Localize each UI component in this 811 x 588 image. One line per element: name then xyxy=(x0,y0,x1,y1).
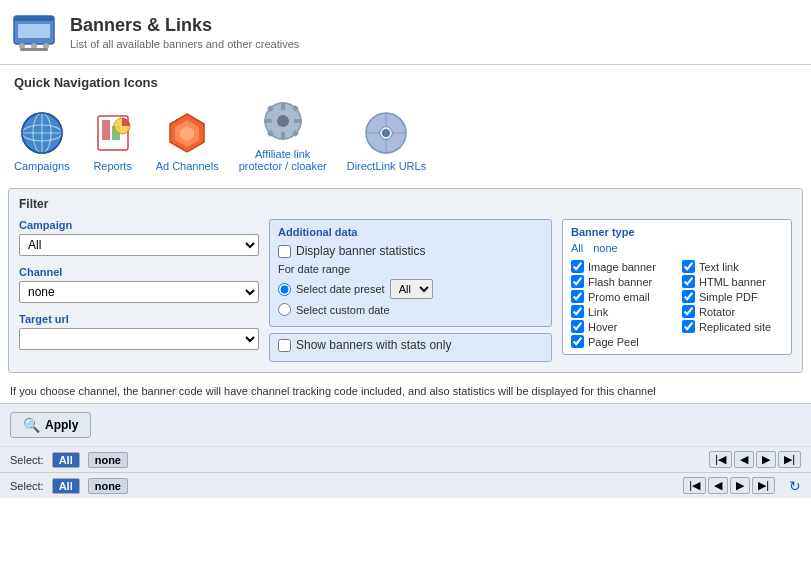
show-stats-only-row: Show banners with stats only xyxy=(278,338,543,352)
select-all-button-2[interactable]: All xyxy=(52,478,80,494)
nav-label-affiliate: Affiliate linkprotector / cloaker xyxy=(239,148,327,172)
simple-pdf-checkbox[interactable] xyxy=(682,290,695,303)
channel-select[interactable]: none xyxy=(19,281,259,303)
select-date-preset-row: Select date preset All xyxy=(278,279,543,299)
select-bar-2: Select: All none |◀ ◀ ▶ ▶| ↻ xyxy=(0,472,811,498)
banner-type-text: Text link xyxy=(682,260,783,273)
targeturl-field-group: Target url xyxy=(19,313,259,350)
image-banner-label: Image banner xyxy=(588,261,656,273)
banner-type-image: Image banner xyxy=(571,260,672,273)
page-header: Banners & Links List of all available ba… xyxy=(0,0,811,65)
banner-type-none-link[interactable]: none xyxy=(593,242,617,254)
nav-item-directlink[interactable]: DirectLink URLs xyxy=(347,110,426,172)
svg-rect-6 xyxy=(20,48,48,51)
banner-type-title: Banner type xyxy=(571,226,783,238)
link-checkbox[interactable] xyxy=(571,305,584,318)
stats-only-label: Show banners with stats only xyxy=(296,338,451,352)
banner-type-pagepeel: Page Peel xyxy=(571,335,672,348)
first-page-button-1[interactable]: |◀ xyxy=(709,451,732,468)
next-page-button-1[interactable]: ▶ xyxy=(756,451,776,468)
banner-type-pdf: Simple PDF xyxy=(682,290,783,303)
nav-item-adchannels[interactable]: Ad Channels xyxy=(156,110,219,172)
link-label: Link xyxy=(588,306,608,318)
svg-rect-14 xyxy=(102,120,110,140)
page-title: Banners & Links xyxy=(70,15,299,36)
display-banner-stats-checkbox[interactable] xyxy=(278,245,291,258)
select-none-button-2[interactable]: none xyxy=(88,478,128,494)
globe-icon xyxy=(19,110,65,156)
prev-page-button-2[interactable]: ◀ xyxy=(708,477,728,494)
nav-item-reports[interactable]: Reports xyxy=(90,110,136,172)
nav-label-campaigns: Campaigns xyxy=(14,160,70,172)
svg-rect-26 xyxy=(294,119,302,123)
html-banner-label: HTML banner xyxy=(699,276,766,288)
additional-data-box: Additional data Display banner statistic… xyxy=(269,219,552,327)
svg-rect-24 xyxy=(281,132,285,140)
svg-rect-2 xyxy=(18,24,50,38)
promo-email-checkbox[interactable] xyxy=(571,290,584,303)
pagination-1: |◀ ◀ ▶ ▶| xyxy=(709,451,801,468)
header-text: Banners & Links List of all available ba… xyxy=(70,15,299,50)
prev-page-button-1[interactable]: ◀ xyxy=(734,451,754,468)
page-header-icon xyxy=(10,8,58,56)
banner-type-hover: Hover xyxy=(571,320,672,333)
date-preset-select[interactable]: All xyxy=(390,279,433,299)
page-peel-checkbox[interactable] xyxy=(571,335,584,348)
image-banner-checkbox[interactable] xyxy=(571,260,584,273)
first-page-button-2[interactable]: |◀ xyxy=(683,477,706,494)
banner-type-links: All none xyxy=(571,242,783,254)
stats-only-box: Show banners with stats only xyxy=(269,333,552,362)
custom-date-radio[interactable] xyxy=(278,303,291,316)
flash-banner-label: Flash banner xyxy=(588,276,652,288)
info-text: If you choose channel, the banner code w… xyxy=(0,379,811,403)
filter-left-column: Campaign All Channel none Target url xyxy=(19,219,259,362)
select-none-button-1[interactable]: none xyxy=(88,452,128,468)
channel-label: Channel xyxy=(19,266,259,278)
promo-email-label: Promo email xyxy=(588,291,650,303)
banner-type-promo: Promo email xyxy=(571,290,672,303)
custom-date-label: Select custom date xyxy=(296,304,390,316)
hover-label: Hover xyxy=(588,321,617,333)
hover-checkbox[interactable] xyxy=(571,320,584,333)
nav-item-affiliate[interactable]: Affiliate linkprotector / cloaker xyxy=(239,98,327,172)
nav-item-campaigns[interactable]: Campaigns xyxy=(14,110,70,172)
date-preset-radio[interactable] xyxy=(278,283,291,296)
campaign-field-group: Campaign All xyxy=(19,219,259,256)
text-link-label: Text link xyxy=(699,261,739,273)
svg-rect-23 xyxy=(281,102,285,110)
apply-button[interactable]: 🔍 Apply xyxy=(10,412,91,438)
reports-icon xyxy=(90,110,136,156)
next-page-button-2[interactable]: ▶ xyxy=(730,477,750,494)
rotator-checkbox[interactable] xyxy=(682,305,695,318)
refresh-button[interactable]: ↻ xyxy=(789,478,801,494)
banner-type-flash: Flash banner xyxy=(571,275,672,288)
last-page-button-1[interactable]: ▶| xyxy=(778,451,801,468)
html-banner-checkbox[interactable] xyxy=(682,275,695,288)
banner-type-html: HTML banner xyxy=(682,275,783,288)
targeturl-label: Target url xyxy=(19,313,259,325)
flash-banner-checkbox[interactable] xyxy=(571,275,584,288)
for-date-range-label: For date range xyxy=(278,263,543,275)
display-banner-stats-row: Display banner statistics xyxy=(278,244,543,258)
select-all-button-1[interactable]: All xyxy=(52,452,80,468)
targeturl-select[interactable] xyxy=(19,328,259,350)
banner-type-box: Banner type All none Image banner Text l… xyxy=(562,219,792,355)
replicated-site-label: Replicated site xyxy=(699,321,771,333)
display-banner-stats-label: Display banner statistics xyxy=(296,244,425,258)
campaign-select[interactable]: All xyxy=(19,234,259,256)
svg-rect-1 xyxy=(14,16,54,21)
last-page-button-2[interactable]: ▶| xyxy=(752,477,775,494)
apply-icon: 🔍 xyxy=(23,417,40,433)
banner-type-all-link[interactable]: All xyxy=(571,242,583,254)
stats-only-checkbox[interactable] xyxy=(278,339,291,352)
filter-middle-column: Additional data Display banner statistic… xyxy=(269,219,552,362)
banner-type-grid: Image banner Text link Flash banner HTML… xyxy=(571,260,783,348)
nav-label-reports: Reports xyxy=(93,160,132,172)
additional-data-title: Additional data xyxy=(278,226,543,238)
text-link-checkbox[interactable] xyxy=(682,260,695,273)
custom-date-row: Select custom date xyxy=(278,303,543,316)
banner-type-replicated: Replicated site xyxy=(682,320,783,333)
rotator-label: Rotator xyxy=(699,306,735,318)
apply-label: Apply xyxy=(45,418,78,432)
replicated-site-checkbox[interactable] xyxy=(682,320,695,333)
